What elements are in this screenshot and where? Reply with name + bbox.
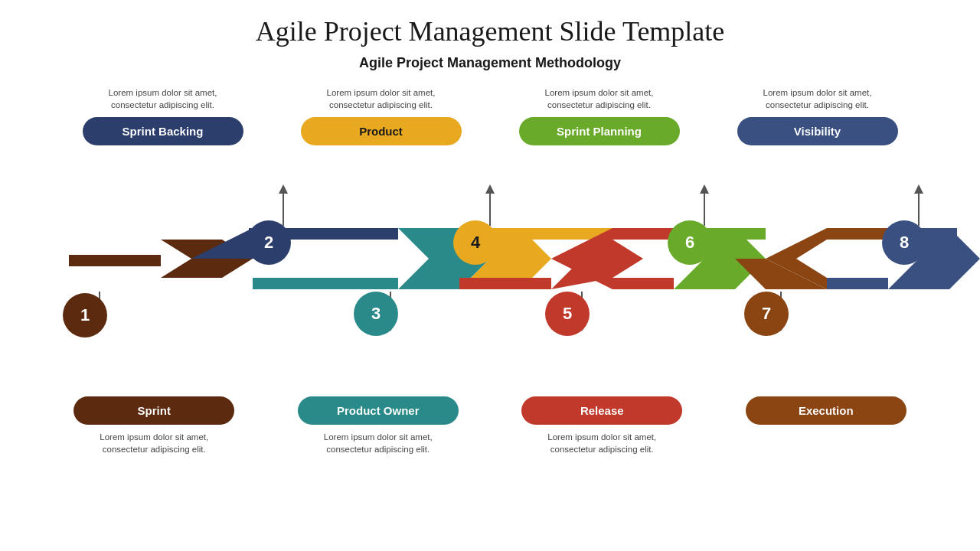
slide: Agile Project Management Slide Template …	[0, 0, 980, 551]
sprint-label: Sprint	[74, 396, 234, 425]
top-item-1: Lorem ipsum dolor sit amet,consectetur a…	[71, 86, 255, 145]
svg-marker-4	[314, 228, 398, 240]
bottom-item-4: Execution	[738, 396, 914, 461]
bottom-desc-1: Lorem ipsum dolor sit amet,consectetur a…	[100, 431, 208, 455]
main-title: Agile Project Management Slide Template	[31, 15, 949, 47]
bottom-item-3: Release Lorem ipsum dolor sit amet,conse…	[514, 396, 690, 461]
svg-marker-19	[827, 278, 888, 289]
sprint-planning-label: Sprint Planning	[519, 117, 680, 145]
release-label: Release	[521, 396, 682, 425]
top-desc-1: Lorem ipsum dolor sit amet,consectetur a…	[109, 86, 217, 111]
circle-3: 3	[354, 292, 398, 336]
svg-marker-12	[459, 278, 551, 289]
top-item-3: Lorem ipsum dolor sit amet,consectetur a…	[508, 86, 691, 145]
circle-4: 4	[453, 220, 498, 265]
circle-1: 1	[63, 293, 107, 337]
svg-marker-21	[279, 184, 288, 194]
svg-marker-6	[337, 278, 398, 289]
top-item-4: Lorem ipsum dolor sit amet,consectetur a…	[726, 86, 910, 145]
bottom-desc-3: Lorem ipsum dolor sit amet,consectetur a…	[547, 431, 656, 455]
circle-8: 8	[882, 220, 926, 265]
svg-marker-27	[914, 184, 923, 194]
top-desc-2: Lorem ipsum dolor sit amet,consectetur a…	[327, 86, 436, 111]
circle-6: 6	[668, 220, 712, 265]
bottom-item-1: Sprint Lorem ipsum dolor sit amet,consec…	[66, 396, 242, 461]
execution-label: Execution	[746, 396, 906, 425]
product-owner-label: Product Owner	[298, 396, 459, 425]
svg-marker-0	[69, 255, 161, 266]
zigzag-diagram	[46, 171, 980, 347]
circle-7: 7	[744, 292, 789, 336]
svg-marker-7	[253, 278, 337, 289]
subtitle: Agile Project Management Methodology	[31, 55, 949, 71]
circle-5: 5	[545, 292, 590, 336]
top-desc-4: Lorem ipsum dolor sit amet,consectetur a…	[763, 86, 872, 111]
sprint-backing-label: Sprint Backing	[83, 117, 243, 145]
svg-marker-25	[700, 184, 709, 194]
bottom-item-2: Product Owner Lorem ipsum dolor sit amet…	[290, 396, 466, 461]
svg-marker-23	[485, 184, 495, 194]
bottom-desc-2: Lorem ipsum dolor sit amet,consectetur a…	[324, 431, 433, 455]
circle-2: 2	[247, 220, 291, 265]
top-desc-3: Lorem ipsum dolor sit amet,consectetur a…	[545, 86, 654, 111]
visibility-label: Visibility	[737, 117, 898, 145]
top-item-2: Lorem ipsum dolor sit amet,consectetur a…	[289, 86, 473, 145]
product-label: Product	[301, 117, 462, 145]
diagram-area: Lorem ipsum dolor sit amet,consectetur a…	[31, 86, 949, 461]
